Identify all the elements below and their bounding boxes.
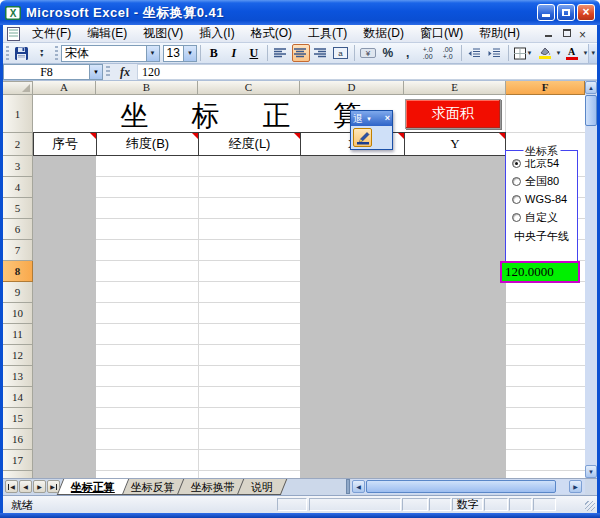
header-cell-jingdu[interactable]: 经度(L) — [199, 133, 300, 155]
merge-center-button[interactable]: a — [332, 44, 350, 62]
select-all-corner[interactable] — [3, 81, 33, 95]
column-header-F[interactable]: F — [506, 81, 585, 95]
floating-toolbar-titlebar[interactable]: 退 ▼ × — [351, 111, 392, 126]
radio-icon[interactable] — [512, 195, 521, 204]
column-header-D[interactable]: D — [300, 81, 404, 95]
toolbar-overflow-button[interactable]: ▾ — [588, 44, 597, 63]
column-a-gray-region[interactable] — [33, 156, 96, 478]
macro-pen-button[interactable] — [353, 128, 372, 147]
header-cell-weidu[interactable]: 纬度(B) — [97, 133, 198, 155]
worksheet-cells[interactable]: 坐 标 正 算 求面积 序号 纬度(B) 经度(L) X Y 坐标系 北京54全… — [33, 95, 585, 478]
horizontal-scrollbar[interactable]: ◀ ▶ — [351, 479, 585, 494]
sheet-tab-坐标正算[interactable]: 坐标正算 — [57, 479, 129, 495]
sheet-minimize-icon[interactable] — [543, 28, 555, 39]
row-header-18[interactable]: 18 — [3, 471, 33, 478]
menu-item-窗[interactable]: 窗口(W) — [412, 24, 471, 43]
font-size-combobox[interactable]: 13 ▼ — [163, 45, 197, 62]
floating-toolbar-dropdown-icon[interactable]: ▼ — [366, 116, 372, 122]
menu-item-数[interactable]: 数据(D) — [355, 24, 412, 43]
radio-icon[interactable] — [512, 159, 521, 168]
sheet-close-icon[interactable]: × — [579, 28, 591, 39]
fill-color-button[interactable] — [536, 44, 554, 62]
name-box[interactable]: F8 ▼ — [3, 64, 103, 80]
row-header-8[interactable]: 8 — [3, 261, 33, 282]
close-button[interactable]: × — [577, 4, 595, 21]
toolbar-grip[interactable] — [6, 46, 9, 60]
row-header-7[interactable]: 7 — [3, 240, 33, 261]
borders-dropdown-icon[interactable]: ▼ — [527, 50, 533, 56]
row-header-3[interactable]: 3 — [3, 156, 33, 177]
align-right-button[interactable] — [312, 44, 330, 62]
horizontal-scroll-thumb[interactable] — [366, 480, 556, 493]
insert-function-button[interactable]: fx — [113, 64, 137, 80]
scroll-down-icon[interactable]: ▼ — [585, 465, 597, 478]
sheet-restore-icon[interactable] — [561, 28, 573, 39]
minimize-button[interactable] — [537, 4, 555, 21]
currency-style-button[interactable]: ¥ — [359, 44, 377, 62]
bold-button[interactable]: B — [205, 44, 223, 62]
menu-item-工[interactable]: 工具(T) — [300, 24, 355, 43]
row-header-1[interactable]: 1 — [3, 95, 33, 133]
align-left-button[interactable] — [272, 44, 290, 62]
borders-button[interactable]: ▼ — [513, 44, 534, 62]
menu-item-格[interactable]: 格式(O) — [243, 24, 300, 43]
increase-decimal-button[interactable]: +.0.00 — [419, 44, 437, 62]
next-sheet-icon[interactable]: ▶ — [33, 480, 46, 493]
menu-item-编[interactable]: 编辑(E) — [79, 24, 135, 43]
scroll-left-icon[interactable]: ◀ — [352, 480, 365, 493]
row-header-15[interactable]: 15 — [3, 408, 33, 429]
maximize-button[interactable] — [557, 4, 575, 21]
vertical-scroll-thumb[interactable] — [585, 95, 597, 126]
radio-icon[interactable] — [512, 177, 521, 186]
columns-de-gray-region[interactable] — [300, 156, 506, 478]
formula-input[interactable]: 120 — [137, 64, 597, 80]
column-header-E[interactable]: E — [404, 81, 506, 95]
resize-grip[interactable] — [585, 501, 595, 511]
floating-toolbar[interactable]: 退 ▼ × — [350, 110, 393, 150]
font-color-button[interactable]: A — [563, 44, 581, 62]
italic-button[interactable]: I — [225, 44, 243, 62]
scroll-right-icon[interactable]: ▶ — [569, 480, 582, 493]
compute-area-button[interactable]: 求面积 — [405, 99, 501, 129]
increase-indent-button[interactable] — [486, 44, 504, 62]
selected-cell-f8[interactable]: 120.0000 — [500, 261, 580, 283]
coordinate-option-全国80[interactable]: 全国80 — [512, 175, 577, 187]
menu-item-视[interactable]: 视图(V) — [135, 24, 191, 43]
decrease-decimal-button[interactable]: .00+.0 — [439, 44, 457, 62]
row-header-12[interactable]: 12 — [3, 345, 33, 366]
row-header-17[interactable]: 17 — [3, 450, 33, 471]
toolbar-options-chevron[interactable]: ▾▾ — [33, 44, 51, 62]
tab-split-handle[interactable] — [346, 479, 350, 494]
column-header-A[interactable]: A — [33, 81, 96, 95]
percent-style-button[interactable]: % — [379, 44, 397, 62]
row-header-13[interactable]: 13 — [3, 366, 33, 387]
row-header-11[interactable]: 11 — [3, 324, 33, 345]
coordinate-option-WGS-84[interactable]: WGS-84 — [512, 193, 577, 205]
vertical-scrollbar[interactable]: ▲ ▼ — [585, 81, 597, 478]
font-size-dropdown-icon[interactable]: ▼ — [183, 46, 196, 61]
column-header-C[interactable]: C — [198, 81, 300, 95]
menu-item-文[interactable]: 文件(F) — [24, 24, 79, 43]
row-header-9[interactable]: 9 — [3, 282, 33, 303]
row-header-16[interactable]: 16 — [3, 429, 33, 450]
floating-toolbar-close-icon[interactable]: × — [385, 112, 390, 125]
sheet-tab-说明[interactable]: 说明 — [237, 479, 287, 495]
row-header-5[interactable]: 5 — [3, 198, 33, 219]
font-name-dropdown-icon[interactable]: ▼ — [146, 46, 159, 61]
row-header-10[interactable]: 10 — [3, 303, 33, 324]
name-box-dropdown-icon[interactable]: ▼ — [89, 65, 102, 79]
title-bar[interactable]: X Microsoft Excel - 坐标换算0.41 × — [0, 0, 600, 25]
save-button[interactable] — [13, 44, 31, 62]
scroll-up-icon[interactable]: ▲ — [585, 81, 597, 94]
row-header-4[interactable]: 4 — [3, 177, 33, 198]
comma-style-button[interactable]: , — [399, 44, 417, 62]
decrease-indent-button[interactable] — [466, 44, 484, 62]
fill-color-dropdown-icon[interactable]: ▼ — [556, 50, 562, 56]
row-header-2[interactable]: 2 — [3, 133, 33, 156]
menu-item-帮[interactable]: 帮助(H) — [471, 24, 528, 43]
first-sheet-icon[interactable]: ◀ — [5, 480, 18, 493]
column-header-B[interactable]: B — [96, 81, 198, 95]
radio-icon[interactable] — [512, 213, 521, 222]
underline-button[interactable]: U — [245, 44, 263, 62]
menu-item-插[interactable]: 插入(I) — [191, 24, 242, 43]
